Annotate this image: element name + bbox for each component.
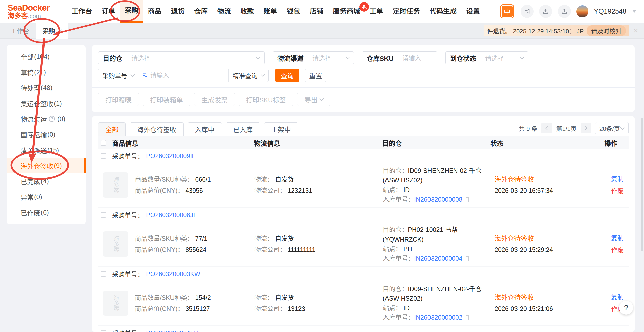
status-tab-all[interactable]: 全部 [98, 122, 126, 136]
nav-item-wallet[interactable]: 钱包 [282, 0, 305, 23]
nav-item-code-generation[interactable]: 代码生成 [425, 0, 461, 23]
void-order-action[interactable]: 作废 [603, 244, 624, 256]
nav-item-settings[interactable]: 设置 [461, 0, 485, 23]
row-checkbox[interactable] [101, 153, 106, 159]
nav-item-products[interactable]: 商品 [143, 0, 166, 23]
username[interactable]: YQ192548 [594, 8, 626, 15]
page-size-select[interactable]: 20条/页 [595, 122, 629, 134]
po-link[interactable]: PO2603200003KW [146, 270, 200, 278]
sidebar-item-overseas-sign[interactable]: 海外仓签收(9) [7, 158, 86, 173]
reset-button[interactable]: 重置 [305, 69, 326, 82]
upload-icon[interactable] [558, 5, 571, 18]
po-link[interactable]: PO2603200008JE [146, 211, 197, 219]
detail-row: 海多客 商品数量/SKU种类： 77/1 商品总价(CNY)： 855624 物… [98, 222, 629, 267]
sidebar-item-all[interactable]: 全部(104) [7, 49, 86, 64]
chevron-down-icon [319, 97, 324, 101]
po-link[interactable]: PO2603200009IF [146, 152, 196, 160]
nav-item-purchase[interactable]: 采购 [120, 0, 143, 23]
nav-item-workbench[interactable]: 工作台 [67, 0, 97, 23]
search-type-select[interactable]: 采购单号 [98, 69, 138, 82]
warehouse-sku-field[interactable]: 仓库SKU [362, 51, 437, 64]
row-checkbox[interactable] [101, 212, 106, 218]
status-tab-await-sign[interactable]: 海外仓待签收 [130, 122, 184, 136]
nav-item-service-mall[interactable]: 服务商城 [328, 0, 365, 23]
nav-item-tickets[interactable]: 工单 [365, 0, 388, 23]
copy-order-action[interactable]: 复制 [603, 173, 624, 185]
copy-icon[interactable] [465, 315, 469, 320]
sidebar-item-draft[interactable]: 草稿(21) [7, 64, 86, 80]
table-header: 商品信息 物流信息 目的仓 状态 操作 [98, 136, 629, 149]
inbound-link[interactable]: IN260320000008 [414, 196, 462, 203]
status-badge: 海外仓待签收 [495, 292, 603, 303]
status-tab-shelving[interactable]: 上架中 [264, 122, 298, 136]
select-all-checkbox[interactable] [101, 140, 106, 146]
warehouse-sku-input[interactable] [398, 54, 437, 62]
prev-page-button[interactable] [541, 123, 552, 133]
nav-item-scheduled-tasks[interactable]: 定时任务 [388, 0, 425, 23]
page-tab-workbench[interactable]: 工作台 [4, 23, 36, 39]
copy-icon[interactable] [465, 197, 469, 202]
dest-warehouse-select[interactable]: 目的仓 请选择 [98, 51, 265, 64]
tab-close-icon[interactable]: × [58, 27, 62, 34]
nav-item-shops[interactable]: 店铺 [305, 0, 328, 23]
notification-close-icon[interactable]: × [634, 27, 638, 34]
product-thumbnail: 海多客 [103, 291, 128, 316]
nav-item-warehouse[interactable]: 仓库 [189, 0, 212, 23]
chevron-down-icon [131, 73, 135, 77]
next-page-button[interactable] [581, 123, 591, 133]
status-time: 2026-03-20 15:21:06 [495, 303, 603, 314]
announcement-icon[interactable] [521, 5, 534, 18]
user-menu-caret-icon[interactable] [632, 10, 636, 13]
search-button[interactable]: 查询 [275, 69, 299, 82]
row-checkbox[interactable] [101, 271, 106, 277]
sidebar-item-completed[interactable]: 已完成(4) [7, 173, 86, 189]
notification-action-button[interactable]: 请及时核对 [587, 25, 626, 36]
sidebar-item-abnormal[interactable]: 异常(0) [7, 189, 86, 205]
chevron-down-icon [256, 55, 261, 59]
notification-banner: 件退货。 2025-12-29 14:53:10： JP01-日本 请及时核对 [484, 25, 629, 36]
chevron-down-icon [620, 126, 625, 130]
sidebar-item-intl-transport[interactable]: 国际运输(0) [7, 127, 86, 142]
print-sku-label-button[interactable]: 打印SKU标签 [239, 93, 293, 106]
export-button[interactable]: 导出 [297, 93, 330, 106]
page-tab-purchase[interactable]: 采购 × [36, 23, 68, 39]
status-tabs: 全部 海外仓待签收 入库中 已入库 上架中 共 9 条 第1/1页 20条/页 [98, 122, 629, 136]
nav-item-collection[interactable]: 收款 [236, 0, 259, 23]
order-number-input[interactable] [150, 72, 224, 79]
inbound-link[interactable]: IN260320000002 [414, 314, 462, 321]
nav-item-bills[interactable]: 账单 [259, 0, 282, 23]
help-button[interactable]: ? [619, 301, 633, 315]
sidebar-item-voided[interactable]: 已作废(6) [7, 205, 86, 220]
download-icon[interactable] [539, 5, 552, 18]
language-icon[interactable]: 中 [501, 5, 513, 18]
void-order-action[interactable]: 作废 [603, 185, 624, 197]
main-nav: 工作台 订单 采购 商品 退货 仓库 物流 收款 账单 钱包 店铺 服务商城 工… [67, 0, 485, 23]
page-tabbar: 工作台 采购 × 件退货。 2025-12-29 14:53:10： JP01-… [0, 23, 644, 39]
generate-invoice-button[interactable]: 生成发票 [194, 93, 235, 106]
nav-item-logistics[interactable]: 物流 [212, 0, 236, 23]
print-packing-list-button[interactable]: 打印装箱单 [143, 93, 190, 106]
print-box-mark-button[interactable]: 打印箱唛 [98, 93, 139, 106]
copy-order-action[interactable]: 复制 [603, 232, 624, 244]
arrival-status-select[interactable]: 到仓状态 请选择 [445, 51, 528, 64]
sidebar-item-pending[interactable]: 待处理(48) [7, 80, 86, 96]
nav-item-returns[interactable]: 退货 [166, 0, 189, 23]
copy-order-action[interactable]: 复制 [603, 291, 624, 303]
copy-icon[interactable] [465, 256, 469, 261]
sidebar-item-customs-delivery[interactable]: 清关派送(15) [7, 142, 86, 158]
sidebar-item-logistics-shipment[interactable]: 物流装运?(0) [7, 111, 86, 127]
match-mode-select[interactable]: 精准查询 [229, 69, 268, 82]
logistics-channel-select[interactable]: 物流渠道 请选择 [273, 51, 354, 64]
scrollbar-thumb[interactable] [641, 118, 643, 251]
inbound-link[interactable]: IN260320000004 [414, 255, 462, 262]
status-tab-inbounded[interactable]: 已入库 [226, 122, 260, 136]
status-tab-inbounding[interactable]: 入库中 [188, 122, 222, 136]
sidebar-item-consolidation-sign[interactable]: 集运仓签收(1) [7, 96, 86, 111]
table-card: 全部 海外仓待签收 入库中 已入库 上架中 共 9 条 第1/1页 20条/页 … [92, 116, 635, 332]
po-link[interactable]: PO2603200004FU [146, 329, 198, 332]
row-checkbox[interactable] [101, 330, 106, 332]
user-avatar[interactable] [576, 5, 588, 17]
nav-item-orders[interactable]: 订单 [97, 0, 120, 23]
brand-logo[interactable]: SeaDocker 海多客.com [8, 3, 60, 19]
batch-input-icon [142, 72, 148, 78]
